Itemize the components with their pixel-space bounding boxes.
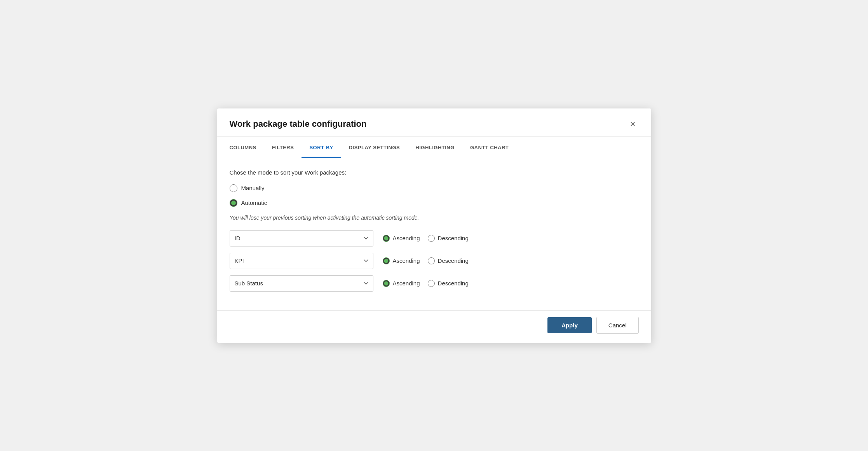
apply-button[interactable]: Apply	[547, 317, 592, 333]
dialog-body: Chose the mode to sort your Work package…	[217, 158, 651, 310]
tab-display-settings[interactable]: DISPLAY SETTINGS	[341, 137, 408, 158]
dialog-header: Work package table configuration ×	[217, 108, 651, 137]
direction-group-3: Ascending Descending	[383, 280, 469, 287]
tab-gantt-chart[interactable]: GANTT CHART	[462, 137, 516, 158]
descending-option-3[interactable]: Descending	[428, 280, 469, 287]
descending-label-1: Descending	[438, 235, 469, 241]
sort-row-3: ID KPI Sub Status Type Status Assignee A…	[230, 275, 639, 292]
tabs-bar: COLUMNS FILTERS SORT BY DISPLAY SETTINGS…	[217, 137, 651, 158]
descending-radio-2[interactable]	[428, 257, 435, 264]
direction-group-1: Ascending Descending	[383, 235, 469, 242]
direction-group-2: Ascending Descending	[383, 257, 469, 264]
automatic-label: Automatic	[241, 199, 267, 206]
manually-radio[interactable]	[230, 184, 237, 192]
automatic-option[interactable]: Automatic	[230, 199, 639, 207]
ascending-option-2[interactable]: Ascending	[383, 257, 420, 264]
ascending-label-3: Ascending	[393, 280, 420, 287]
ascending-option-1[interactable]: Ascending	[383, 235, 420, 242]
tab-sort-by[interactable]: SORT BY	[302, 137, 341, 158]
ascending-radio-1[interactable]	[383, 235, 390, 242]
tab-filters[interactable]: FILTERS	[264, 137, 302, 158]
descending-label-3: Descending	[438, 280, 469, 287]
ascending-radio-3[interactable]	[383, 280, 390, 287]
sort-rows-container: ID KPI Sub Status Type Status Assignee A…	[230, 230, 639, 292]
descending-radio-3[interactable]	[428, 280, 435, 287]
manually-option[interactable]: Manually	[230, 184, 639, 192]
automatic-radio[interactable]	[230, 199, 237, 207]
close-button[interactable]: ×	[627, 118, 638, 130]
descending-radio-1[interactable]	[428, 235, 435, 242]
sort-select-3[interactable]: ID KPI Sub Status Type Status Assignee	[230, 275, 373, 292]
descending-option-1[interactable]: Descending	[428, 235, 469, 242]
cancel-button[interactable]: Cancel	[596, 317, 639, 334]
sort-description: Chose the mode to sort your Work package…	[230, 169, 639, 176]
sort-select-2[interactable]: ID KPI Sub Status Type Status Assignee	[230, 253, 373, 269]
sort-mode-group: Manually Automatic	[230, 184, 639, 207]
sort-row-2: ID KPI Sub Status Type Status Assignee A…	[230, 253, 639, 269]
tab-highlighting[interactable]: HIGHLIGHTING	[408, 137, 462, 158]
manually-label: Manually	[241, 185, 265, 191]
warning-text: You will lose your previous sorting when…	[230, 215, 639, 221]
ascending-option-3[interactable]: Ascending	[383, 280, 420, 287]
descending-label-2: Descending	[438, 257, 469, 264]
tab-columns[interactable]: COLUMNS	[230, 137, 264, 158]
dialog-footer: Apply Cancel	[217, 310, 651, 343]
ascending-label-1: Ascending	[393, 235, 420, 241]
ascending-label-2: Ascending	[393, 257, 420, 264]
dialog: Work package table configuration × COLUM…	[217, 108, 651, 343]
ascending-radio-2[interactable]	[383, 257, 390, 264]
descending-option-2[interactable]: Descending	[428, 257, 469, 264]
sort-row-1: ID KPI Sub Status Type Status Assignee A…	[230, 230, 639, 246]
sort-select-1[interactable]: ID KPI Sub Status Type Status Assignee	[230, 230, 373, 246]
dialog-title: Work package table configuration	[230, 119, 367, 129]
